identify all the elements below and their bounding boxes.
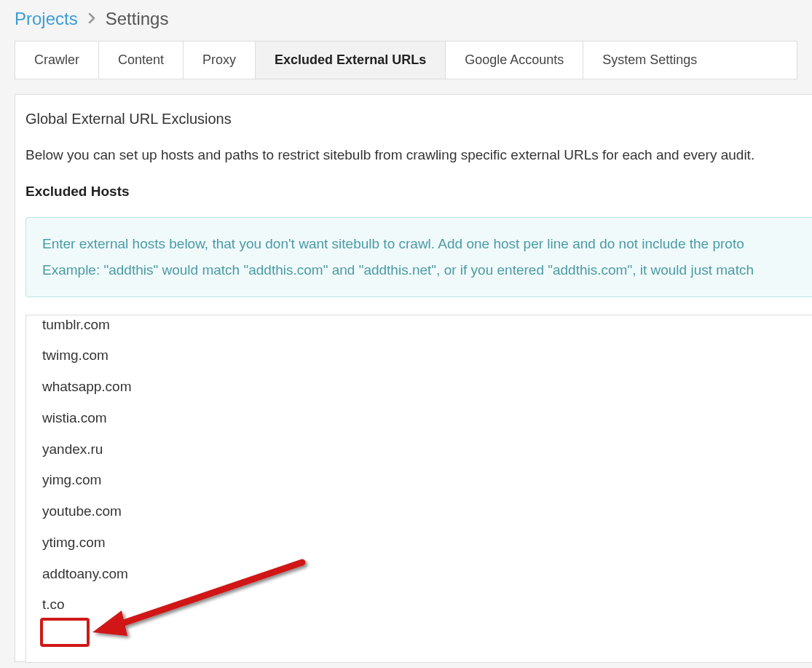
tab-crawler[interactable]: Crawler bbox=[15, 42, 99, 79]
tab-system-settings[interactable]: System Settings bbox=[583, 42, 716, 79]
panel-title: Global External URL Exclusions bbox=[25, 111, 812, 127]
tab-content[interactable]: Content bbox=[99, 42, 184, 79]
excluded-hosts-textarea[interactable]: twitter.com tumblr.com twimg.com whatsap… bbox=[25, 315, 812, 663]
list-item: yandex.ru bbox=[42, 434, 812, 465]
list-item: ytimg.com bbox=[42, 527, 812, 559]
chevron-right-icon bbox=[88, 12, 95, 27]
list-item: wistia.com bbox=[42, 403, 812, 434]
section-label-excluded-hosts: Excluded Hosts bbox=[25, 184, 812, 200]
hosts-list: twitter.com tumblr.com twimg.com whatsap… bbox=[42, 315, 812, 621]
list-item: t.co bbox=[42, 589, 812, 621]
tab-proxy[interactable]: Proxy bbox=[184, 42, 256, 79]
settings-panel: Global External URL Exclusions Below you… bbox=[15, 94, 812, 662]
breadcrumb-current: Settings bbox=[106, 9, 169, 29]
list-item: whatsapp.com bbox=[42, 372, 812, 403]
tab-google-accounts[interactable]: Google Accounts bbox=[446, 42, 583, 79]
tab-excluded-external-urls[interactable]: Excluded External URLs bbox=[256, 42, 446, 79]
info-line: Enter external hosts below, that you don… bbox=[42, 231, 812, 257]
list-item: youtube.com bbox=[42, 496, 812, 527]
list-item: tumblr.com bbox=[42, 315, 812, 341]
list-item: twimg.com bbox=[42, 340, 812, 372]
breadcrumb: Projects Settings bbox=[0, 0, 812, 41]
list-item: yimg.com bbox=[42, 465, 812, 496]
info-line: Example: "addthis" would match "addthis.… bbox=[42, 257, 812, 283]
breadcrumb-root-link[interactable]: Projects bbox=[15, 9, 78, 29]
tabs-bar: Crawler Content Proxy Excluded External … bbox=[15, 41, 797, 79]
list-item: addtoany.com bbox=[42, 559, 812, 590]
info-callout: Enter external hosts below, that you don… bbox=[25, 217, 812, 297]
panel-description: Below you can set up hosts and paths to … bbox=[25, 145, 812, 166]
